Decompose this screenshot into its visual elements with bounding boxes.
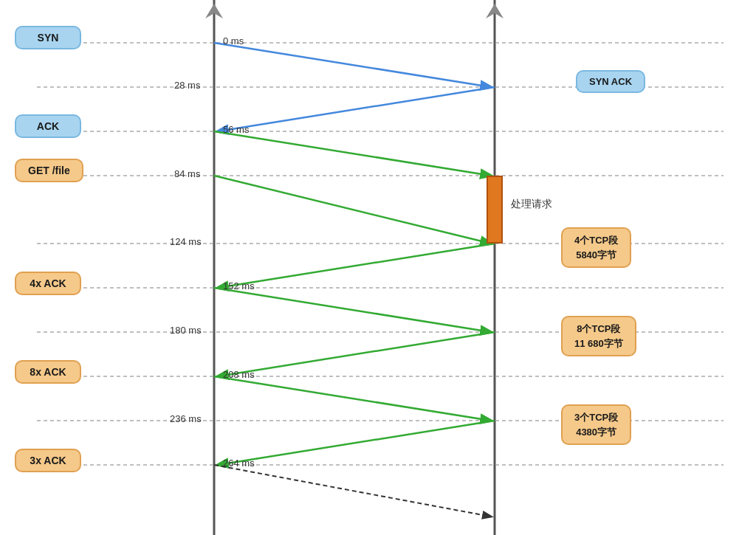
tcp3-box: 3个TCP段4380字节	[561, 404, 631, 445]
svg-line-17	[214, 176, 491, 244]
svg-line-19	[214, 288, 491, 332]
svg-marker-3	[486, 4, 504, 18]
time-124ms: 124 ms	[170, 236, 202, 247]
time-28ms: 28 ms	[174, 80, 200, 91]
svg-line-15	[218, 87, 495, 131]
time-84ms: 84 ms	[174, 168, 200, 179]
3xack-box: 3x ACK	[15, 449, 81, 472]
time-56ms: 56 ms	[223, 124, 249, 135]
ack-box: ACK	[15, 114, 81, 138]
synack-box: SYN ACK	[576, 70, 645, 93]
tcp2-box: 8个TCP段11 680字节	[561, 316, 636, 356]
process-label: 处理请求	[511, 198, 552, 211]
time-152ms: 152 ms	[223, 280, 255, 291]
svg-line-22	[218, 421, 495, 465]
time-180ms: 180 ms	[170, 325, 202, 336]
svg-line-14	[214, 43, 491, 87]
svg-marker-2	[205, 4, 223, 18]
8xack-box: 8x ACK	[15, 360, 81, 384]
time-0ms: 0 ms	[223, 35, 244, 46]
diagram: 0 ms 28 ms 56 ms 84 ms 124 ms 152 ms 180…	[0, 0, 756, 535]
tcp1-box: 4个TCP段5840字节	[561, 227, 631, 268]
syn-box: SYN	[15, 26, 81, 49]
svg-line-21	[214, 376, 491, 421]
svg-line-20	[218, 332, 495, 376]
time-264ms: 264 ms	[223, 458, 255, 469]
get-box: GET /file	[15, 159, 83, 182]
time-236ms: 236 ms	[170, 413, 202, 424]
process-block	[487, 176, 503, 244]
time-208ms: 208 ms	[223, 369, 255, 380]
svg-line-18	[218, 244, 495, 288]
svg-line-16	[214, 131, 491, 176]
svg-line-23	[214, 465, 491, 517]
4xack-box: 4x ACK	[15, 272, 81, 295]
